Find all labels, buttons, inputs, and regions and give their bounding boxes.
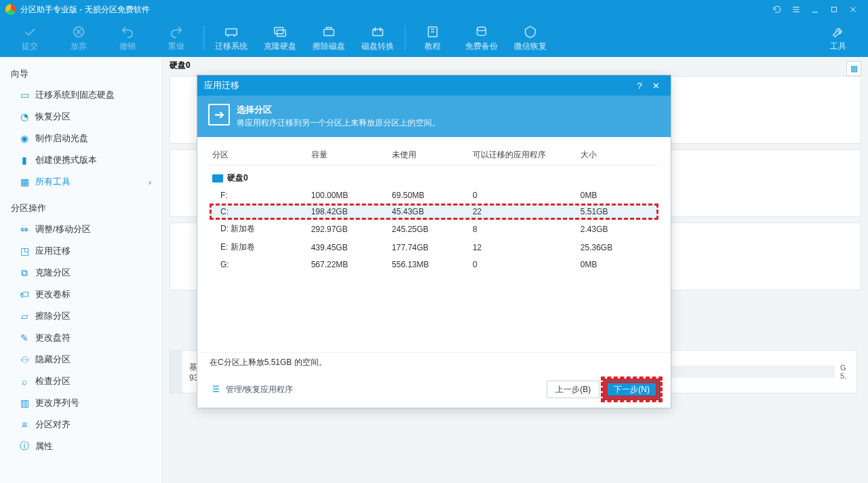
tag-icon: 🏷 [19, 289, 30, 300]
refresh-icon[interactable] [768, 0, 787, 19]
tutorial-button[interactable]: 教程 [408, 19, 457, 57]
sidebar-item-resize[interactable]: ⇔调整/移动分区 [0, 218, 162, 240]
clone-disk-button[interactable]: 克隆硬盘 [256, 19, 304, 57]
clone-icon: ⧉ [19, 267, 30, 278]
app-logo [5, 4, 16, 15]
info-icon: ⓘ [19, 441, 30, 452]
manage-restore-link[interactable]: ☰管理/恢复应用程序 [210, 383, 293, 395]
table-row[interactable]: D: 新加卷292.97GB245.25GB82.43GB [210, 220, 658, 238]
sidebar-item-wipe-partition[interactable]: ▱擦除分区 [0, 305, 162, 327]
sidebar-item-hide-partition[interactable]: ⦵隐藏分区 [0, 349, 162, 370]
disk-icon [212, 174, 223, 182]
view-switch-button[interactable]: ▦ [846, 61, 861, 76]
ops-heading: 分区操作 [0, 198, 162, 218]
search-icon: ⌕ [19, 376, 30, 387]
table-row[interactable]: E: 新加卷439.45GB177.74GB1225.36GB [210, 238, 658, 256]
close-button[interactable] [844, 0, 863, 19]
menu-icon[interactable] [787, 0, 806, 19]
sidebar-item-change-letter[interactable]: ✎更改盘符 [0, 327, 162, 349]
svg-rect-2 [226, 28, 237, 35]
disc-icon: ◉ [19, 133, 30, 144]
sidebar-item-check-partition[interactable]: ⌕检查分区 [0, 370, 162, 392]
wipe-disk-button[interactable]: 擦除磁盘 [304, 19, 353, 57]
barcode-icon: ▥ [19, 398, 30, 408]
eye-off-icon: ⦵ [19, 354, 30, 365]
usb-icon: ▮ [19, 155, 30, 166]
sidebar-item-align[interactable]: ≡分区对齐 [0, 414, 162, 436]
dialog-title: 应用迁移 [204, 79, 239, 92]
table-row[interactable]: G:567.22MB556.13MB00MB [210, 256, 658, 273]
pie-icon: ◔ [19, 111, 30, 122]
hdd-icon: ▭ [19, 90, 30, 100]
list-icon: ☰ [210, 383, 222, 395]
dialog-status: 在C分区上释放5.51GB 的空间。 [197, 352, 671, 375]
sidebar-item-boot-disc[interactable]: ◉制作启动光盘 [0, 128, 162, 149]
sidebar: 向导 ▭迁移系统到固态硬盘 ◔恢复分区 ◉制作启动光盘 ▮创建便携式版本 ▦所有… [0, 57, 163, 483]
dialog-help-button[interactable]: ? [631, 81, 648, 91]
grid-icon: ▦ [19, 176, 30, 187]
sidebar-item-change-serial[interactable]: ▥更改序列号 [0, 392, 162, 414]
svg-rect-3 [275, 27, 283, 33]
disk-convert-button[interactable]: 磁盘转换 [353, 19, 402, 57]
resize-icon: ⇔ [19, 224, 30, 235]
sidebar-item-migrate-ssd[interactable]: ▭迁移系统到固态硬盘 [0, 84, 162, 106]
disk0-label: 硬盘0 [170, 60, 191, 71]
free-backup-button[interactable]: 免费备份 [457, 19, 506, 57]
svg-point-8 [477, 26, 486, 31]
svg-rect-5 [324, 29, 334, 35]
undo-button[interactable]: 撤销 [103, 19, 152, 57]
prev-button[interactable]: 上一步(B) [547, 381, 599, 398]
dialog-close-button[interactable]: ✕ [648, 81, 664, 91]
next-button[interactable]: 下一步(N) [605, 381, 658, 398]
svg-rect-0 [832, 7, 837, 12]
eraser-icon: ▱ [19, 311, 30, 322]
partition-table: 分区 容量 未使用 可以迁移的应用程序 大小 硬盘0F:100.00MB69.5… [210, 145, 658, 273]
sidebar-item-portable[interactable]: ▮创建便携式版本 [0, 149, 162, 171]
table-row[interactable]: F:100.00MB69.50MB00MB [210, 187, 658, 204]
sidebar-item-clone-partition[interactable]: ⧉克隆分区 [0, 262, 162, 284]
pencil-icon: ✎ [19, 332, 30, 343]
app-migrate-dialog: 应用迁移 ? ✕ ➔ 选择分区 将应用程序迁移到另一个分区上来释放原分区上的空间… [197, 75, 671, 408]
app-icon: ◳ [19, 246, 30, 256]
sidebar-item-recover-partition[interactable]: ◔恢复分区 [0, 106, 162, 128]
sidebar-item-properties[interactable]: ⓘ属性 [0, 436, 162, 457]
sidebar-item-app-migrate[interactable]: ◳应用迁移 [0, 240, 162, 262]
sidebar-item-all-tools[interactable]: ▦所有工具› [0, 171, 162, 193]
tools-button[interactable]: 工具 [814, 19, 863, 57]
align-icon: ≡ [19, 419, 30, 430]
svg-rect-4 [277, 30, 285, 36]
minimize-button[interactable] [806, 0, 825, 19]
commit-button[interactable]: 提交 [5, 19, 54, 57]
redo-button[interactable]: 重做 [152, 19, 201, 57]
migrate-os-button[interactable]: 迁移系统 [207, 19, 256, 57]
banner-heading: 选择分区 [237, 104, 440, 116]
chevron-right-icon: › [149, 177, 151, 187]
maximize-button[interactable] [825, 0, 844, 19]
folder-arrow-icon: ➔ [208, 104, 230, 125]
table-row[interactable]: C:198.42GB45.43GB225.51GB [210, 204, 658, 220]
sidebar-item-change-label[interactable]: 🏷更改卷标 [0, 284, 162, 305]
discard-button[interactable]: 放弃 [54, 19, 103, 57]
app-title: 分区助手专业版 - 无损分区免费软件 [20, 4, 150, 16]
wechat-restore-button[interactable]: 微信恢复 [506, 19, 555, 57]
wizard-heading: 向导 [0, 64, 162, 84]
banner-sub: 将应用程序迁移到另一个分区上来释放原分区上的空间。 [237, 117, 440, 129]
